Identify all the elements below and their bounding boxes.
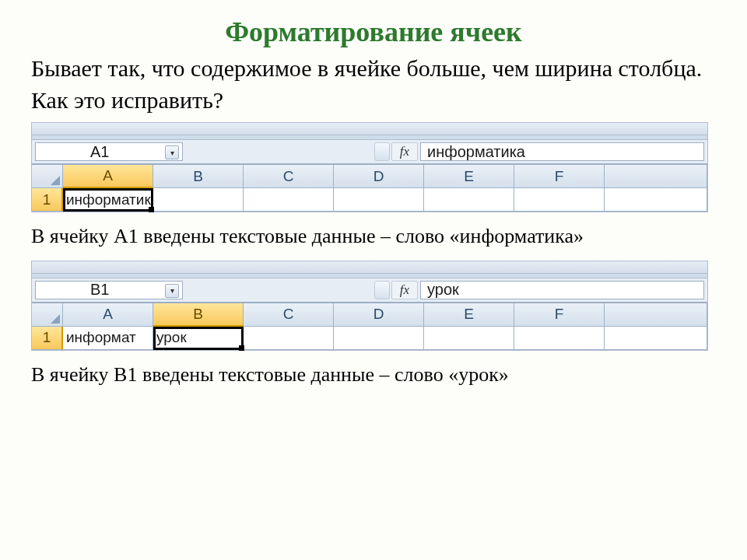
intro-paragraph: Бывает так, что содержимое в ячейке боль… xyxy=(31,53,716,116)
cell-A1-text: информат xyxy=(66,329,136,346)
caption-2: В ячейку В1 введены текстовые данные – с… xyxy=(31,362,716,388)
cell-extra[interactable] xyxy=(605,327,707,350)
excel-fragment-2: B1 ▾ fx урок A B C D E F 1 информат урок xyxy=(31,261,708,351)
col-header-E[interactable]: E xyxy=(424,165,514,188)
formula-bar[interactable]: информатика xyxy=(420,142,704,161)
col-header-B[interactable]: B xyxy=(153,303,244,327)
select-all-corner[interactable] xyxy=(32,303,63,327)
fx-icon[interactable]: fx xyxy=(391,281,418,299)
cell-B1[interactable] xyxy=(153,188,244,212)
select-all-corner[interactable] xyxy=(32,165,63,188)
cell-A1[interactable]: информат xyxy=(63,327,153,350)
name-box[interactable]: A1 ▾ xyxy=(35,142,183,161)
cell-D1[interactable] xyxy=(334,188,424,212)
formula-bar[interactable]: урок xyxy=(420,281,704,299)
name-box[interactable]: B1 ▾ xyxy=(35,281,183,299)
cell-F1[interactable] xyxy=(514,188,605,212)
cell-E1[interactable] xyxy=(424,327,514,350)
formula-expand-button[interactable] xyxy=(374,281,390,299)
formula-expand-button[interactable] xyxy=(374,142,390,161)
cell-extra[interactable] xyxy=(605,188,707,212)
page-title: Форматирование ячеек xyxy=(31,16,716,48)
cell-C1[interactable] xyxy=(244,327,334,350)
formula-bar-value: урок xyxy=(427,281,459,299)
cell-B1-text: урок xyxy=(156,329,187,346)
col-header-D[interactable]: D xyxy=(334,303,424,327)
excel-fragment-1: A1 ▾ fx информатика A B C D E F 1 информ… xyxy=(31,122,708,212)
formula-bar-value: информатика xyxy=(427,143,525,161)
col-header-extra[interactable] xyxy=(605,303,707,327)
cell-D1[interactable] xyxy=(334,327,424,350)
col-header-F[interactable]: F xyxy=(514,165,605,188)
col-header-C[interactable]: C xyxy=(244,303,334,327)
col-header-A[interactable]: A xyxy=(63,165,153,188)
cell-C1[interactable] xyxy=(244,188,334,212)
row-header-1[interactable]: 1 xyxy=(32,327,63,350)
name-box-value: B1 xyxy=(90,281,109,299)
chevron-down-icon[interactable]: ▾ xyxy=(165,145,179,159)
col-header-F[interactable]: F xyxy=(514,303,605,327)
cell-B1[interactable]: урок xyxy=(153,327,244,350)
chevron-down-icon[interactable]: ▾ xyxy=(165,284,179,298)
cell-A1-text: информатика xyxy=(66,191,160,208)
cell-E1[interactable] xyxy=(424,188,514,212)
col-header-A[interactable]: A xyxy=(63,303,153,327)
fx-icon[interactable]: fx xyxy=(391,142,418,161)
cell-F1[interactable] xyxy=(514,327,605,350)
col-header-C[interactable]: C xyxy=(244,165,334,188)
row-header-1[interactable]: 1 xyxy=(32,188,63,212)
caption-1: В ячейку А1 введены текстовые данные – с… xyxy=(31,223,716,250)
name-box-value: A1 xyxy=(90,143,109,161)
col-header-extra[interactable] xyxy=(605,165,707,188)
col-header-E[interactable]: E xyxy=(424,303,514,327)
col-header-B[interactable]: B xyxy=(153,165,244,188)
col-header-D[interactable]: D xyxy=(334,165,424,188)
cell-A1[interactable]: информатика xyxy=(63,188,153,212)
